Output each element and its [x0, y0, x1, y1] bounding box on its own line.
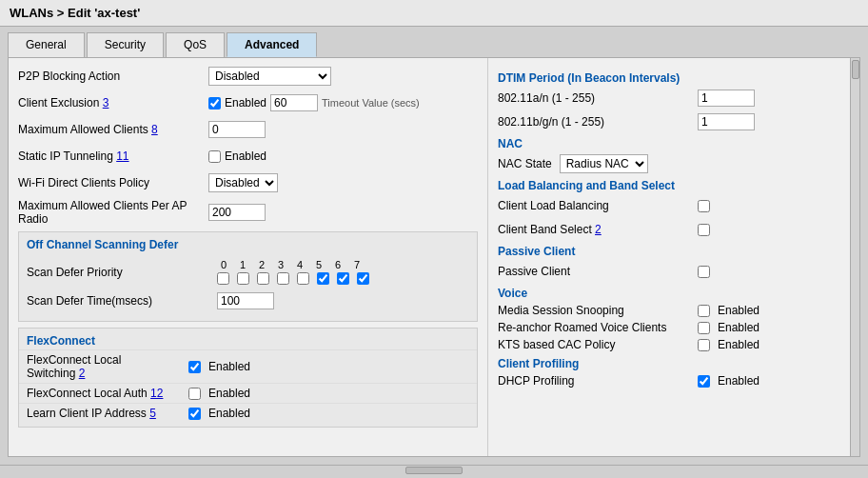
flexconnect-header: FlexConnect	[19, 332, 477, 349]
load-balancing-header: Load Balancing and Band Select	[498, 179, 840, 192]
flexconnect-local-auth-enabled: Enabled	[208, 387, 250, 400]
wifi-direct-select[interactable]: Disabled Drop Allow	[208, 173, 278, 192]
dhcp-profiling-checkbox[interactable]	[698, 375, 710, 388]
scan-priority-1[interactable]	[237, 272, 249, 285]
passive-client-header: Passive Client	[498, 245, 840, 258]
dtim-bgn-input[interactable]	[698, 113, 755, 130]
max-clients-label: Maximum Allowed Clients 8	[18, 123, 208, 136]
client-load-balancing-row: Client Load Balancing	[498, 196, 840, 215]
client-exclusion-row: Client Exclusion 3 Enabled Timeout Value…	[18, 92, 478, 113]
media-session-checkbox[interactable]	[698, 305, 710, 317]
tab-bar: General Security QoS Advanced	[0, 27, 868, 57]
client-exclusion-link[interactable]: 3	[103, 96, 109, 110]
flexconnect-local-auth-row: FlexConnect Local Auth 12 Enabled	[19, 383, 477, 403]
nac-state-select[interactable]: Radius NAC ISE NAC None	[560, 154, 648, 173]
tab-qos[interactable]: QoS	[166, 32, 225, 57]
right-scrollbar[interactable]	[850, 58, 859, 456]
flexconnect-local-switching-checkbox[interactable]	[188, 361, 201, 373]
passive-client-label: Passive Client	[498, 265, 698, 278]
flexconnect-local-switching-enabled: Enabled	[208, 360, 250, 373]
client-exclusion-label: Client Exclusion 3	[18, 96, 208, 110]
learn-client-ip-enabled: Enabled	[208, 407, 250, 420]
client-band-select-row: Client Band Select 2	[498, 220, 840, 239]
scan-defer-priority-label: Scan Defer Priority	[27, 266, 217, 279]
max-clients-per-ap-row: Maximum Allowed Clients Per AP Radio	[18, 199, 478, 226]
client-load-balancing-checkbox[interactable]	[698, 200, 710, 212]
reanchor-row: Re-anchor Roamed Voice Clients Enabled	[498, 321, 840, 334]
right-panel: DTIM Period (In Beacon Intervals) 802.11…	[488, 58, 850, 456]
client-exclusion-checkbox[interactable]	[208, 97, 221, 110]
learn-client-ip-label: Learn Client IP Address 5	[27, 407, 188, 420]
scan-priority-checkboxes	[217, 272, 373, 285]
kts-label: KTS based CAC Policy	[498, 338, 698, 351]
tab-advanced[interactable]: Advanced	[227, 32, 317, 57]
reanchor-checkbox[interactable]	[698, 322, 710, 334]
dtim-bgn-label: 802.11b/g/n (1 - 255)	[498, 115, 698, 129]
learn-client-ip-row: Learn Client IP Address 5 Enabled	[19, 403, 477, 423]
voice-header: Voice	[498, 287, 840, 300]
off-channel-body: Scan Defer Priority 0 1 2 3 4 5 6 7	[19, 255, 477, 321]
scan-defer-time-label: Scan Defer Time(msecs)	[27, 294, 217, 308]
static-ip-link[interactable]: 11	[116, 149, 128, 163]
breadcrumb: WLANs > Edit 'ax-test'	[0, 0, 868, 27]
tab-general[interactable]: General	[8, 32, 85, 57]
p2p-label: P2P Blocking Action	[18, 70, 208, 83]
scrollbar-thumb[interactable]	[852, 60, 859, 79]
passive-client-checkbox[interactable]	[698, 266, 710, 278]
bottom-scrollbar-thumb[interactable]	[405, 467, 463, 474]
static-ip-row: Static IP Tunneling 11 Enabled	[18, 146, 478, 167]
learn-client-ip-link[interactable]: 5	[149, 407, 156, 420]
static-ip-label: Static IP Tunneling 11	[18, 149, 208, 163]
timeout-label: Timeout Value (secs)	[322, 97, 420, 109]
dtim-an-label: 802.11a/n (1 - 255)	[498, 91, 698, 105]
client-band-select-link[interactable]: 2	[595, 223, 602, 236]
scan-priority-4[interactable]	[297, 272, 309, 285]
client-band-select-label: Client Band Select 2	[498, 223, 698, 236]
client-load-balancing-label: Client Load Balancing	[498, 199, 698, 212]
tab-security[interactable]: Security	[87, 32, 164, 57]
flexconnect-section: FlexConnect FlexConnect LocalSwitching 2…	[18, 328, 478, 428]
flexconnect-local-switching-label: FlexConnect LocalSwitching 2	[27, 353, 188, 380]
reanchor-enabled: Enabled	[718, 321, 760, 334]
dtim-an-input[interactable]	[698, 90, 755, 107]
scan-priority-nums: 0 1 2 3 4 5 6 7	[217, 259, 373, 270]
max-clients-row: Maximum Allowed Clients 8	[18, 119, 478, 140]
bottom-scrollbar[interactable]	[0, 465, 868, 474]
wifi-direct-row: Wi-Fi Direct Clients Policy Disabled Dro…	[18, 172, 478, 193]
dtim-header: DTIM Period (In Beacon Intervals)	[498, 71, 840, 85]
dtim-an-row: 802.11a/n (1 - 255)	[498, 89, 840, 108]
scan-priority-5[interactable]	[317, 272, 329, 285]
static-ip-checkbox[interactable]	[208, 150, 221, 163]
max-clients-input[interactable]	[208, 121, 266, 138]
max-clients-link[interactable]: 8	[151, 123, 158, 136]
flexconnect-local-auth-link[interactable]: 12	[150, 387, 163, 400]
kts-enabled: Enabled	[718, 338, 760, 351]
scan-defer-time-row: Scan Defer Time(msecs)	[27, 290, 469, 311]
scan-priority-container: 0 1 2 3 4 5 6 7	[217, 259, 373, 285]
scan-priority-7[interactable]	[357, 272, 369, 285]
flexconnect-local-auth-label: FlexConnect Local Auth 12	[27, 387, 188, 400]
client-exclusion-value[interactable]	[270, 94, 318, 111]
scan-priority-2[interactable]	[257, 272, 269, 285]
flexconnect-local-switching-link[interactable]: 2	[79, 367, 86, 380]
scan-priority-3[interactable]	[277, 272, 289, 285]
client-profiling-header: Client Profiling	[498, 357, 840, 370]
max-clients-per-ap-input[interactable]	[208, 204, 266, 221]
dhcp-profiling-enabled: Enabled	[718, 374, 760, 388]
off-channel-header: Off Channel Scanning Defer	[19, 236, 477, 255]
flexconnect-local-switching-row: FlexConnect LocalSwitching 2 Enabled	[19, 349, 477, 383]
client-band-select-checkbox[interactable]	[698, 224, 710, 236]
kts-row: KTS based CAC Policy Enabled	[498, 338, 840, 351]
scan-defer-time-input[interactable]	[217, 292, 274, 309]
p2p-row: P2P Blocking Action Disabled Drop Forwar…	[18, 66, 478, 87]
scan-defer-priority-row: Scan Defer Priority 0 1 2 3 4 5 6 7	[27, 259, 469, 285]
flexconnect-local-auth-checkbox[interactable]	[188, 388, 201, 400]
scan-priority-0[interactable]	[217, 272, 229, 285]
p2p-select[interactable]: Disabled Drop Forward-UpStream	[208, 67, 331, 86]
learn-client-ip-checkbox[interactable]	[188, 408, 201, 420]
kts-checkbox[interactable]	[698, 339, 710, 351]
media-session-label: Media Session Snooping	[498, 304, 698, 317]
nac-state-label: NAC State	[498, 157, 552, 170]
scan-priority-6[interactable]	[337, 272, 349, 285]
passive-client-row: Passive Client	[498, 262, 840, 281]
